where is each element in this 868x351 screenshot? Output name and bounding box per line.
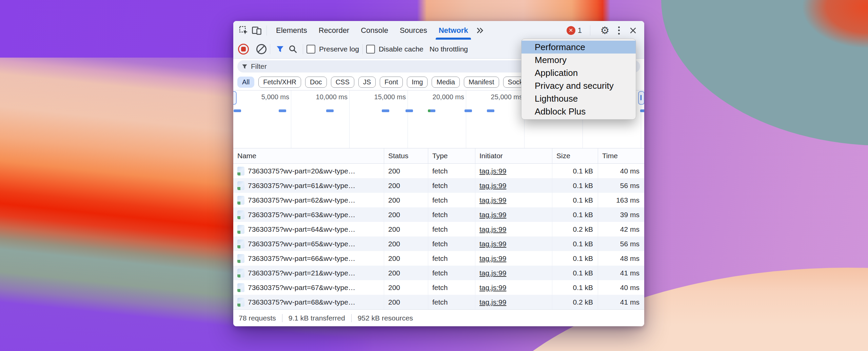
name-cell: 73630375?wv-part=62&wv-type… — [233, 193, 384, 207]
initiator-link[interactable]: tag.js:99 — [479, 196, 506, 204]
filter-chip[interactable]: Media — [432, 77, 459, 88]
menu-item[interactable]: Privacy and security — [521, 79, 636, 92]
column-header[interactable]: Initiator — [475, 148, 552, 163]
request-name: 73630375?wv-part=68&wv-type… — [248, 298, 355, 306]
overview-right-handle[interactable] — [638, 91, 644, 105]
type-cell: fetch — [428, 222, 475, 236]
table-row[interactable]: 73630375?wv-part=20&wv-type… 200 fetch t… — [233, 164, 644, 178]
menu-item[interactable]: Performance — [521, 41, 636, 54]
menu-item[interactable]: Memory — [521, 54, 636, 66]
initiator-link[interactable]: tag.js:99 — [479, 167, 506, 175]
table-row[interactable]: 73630375?wv-part=64&wv-type… 200 fetch t… — [233, 222, 644, 236]
divider — [270, 44, 270, 54]
disable-cache-checkbox[interactable] — [366, 45, 375, 54]
filter-chip[interactable]: Fetch/XHR — [258, 77, 301, 88]
status-cell: 200 — [384, 236, 428, 251]
filter-chip[interactable]: Doc — [305, 77, 327, 88]
column-header[interactable]: Type — [428, 148, 475, 163]
initiator-link[interactable]: tag.js:99 — [479, 240, 506, 248]
table-row[interactable]: 73630375?wv-part=68&wv-type… 200 fetch t… — [233, 295, 644, 309]
initiator-link[interactable]: tag.js:99 — [479, 211, 506, 219]
file-icon — [237, 254, 244, 263]
activity-mark — [234, 109, 241, 112]
column-header[interactable]: Time — [598, 148, 644, 163]
search-icon[interactable] — [287, 43, 299, 56]
panel-tab[interactable]: Sources — [394, 21, 433, 40]
filter-chip[interactable]: Manifest — [464, 77, 499, 88]
initiator-link[interactable]: tag.js:99 — [479, 269, 506, 277]
table-row[interactable]: 73630375?wv-part=21&wv-type… 200 fetch t… — [233, 266, 644, 280]
clear-network-log-icon[interactable] — [256, 44, 267, 54]
initiator-link[interactable]: tag.js:99 — [479, 225, 506, 233]
more-panels-menu: PerformanceMemoryApplicationPrivacy and … — [521, 39, 636, 120]
initiator-cell: tag.js:99 — [475, 178, 552, 193]
more-tabs-icon[interactable] — [474, 24, 487, 37]
menu-item[interactable]: Adblock Plus — [521, 105, 636, 118]
table-row[interactable]: 73630375?wv-part=61&wv-type… 200 fetch t… — [233, 178, 644, 193]
disable-cache-control: Disable cache — [366, 45, 423, 54]
type-cell: fetch — [428, 295, 475, 309]
table-row[interactable]: 73630375?wv-part=66&wv-type… 200 fetch t… — [233, 251, 644, 266]
size-cell: 0.2 kB — [552, 222, 598, 236]
resources-size: 952 kB resources — [358, 314, 413, 322]
request-name: 73630375?wv-part=66&wv-type… — [248, 254, 355, 263]
overview-left-handle[interactable] — [233, 91, 237, 105]
record-network-log-icon[interactable] — [238, 44, 249, 55]
panel-tab[interactable]: Console — [355, 21, 394, 40]
close-icon[interactable] — [627, 24, 639, 37]
request-name: 73630375?wv-part=62&wv-type… — [248, 196, 355, 204]
filter-chip[interactable]: CSS — [331, 77, 354, 88]
preserve-log-control: Preserve log — [307, 45, 359, 54]
status-cell: 200 — [384, 280, 428, 295]
table-row[interactable]: 73630375?wv-part=62&wv-type… 200 fetch t… — [233, 193, 644, 207]
menu-item[interactable]: Application — [521, 66, 636, 79]
filter-chip[interactable]: Font — [380, 77, 403, 88]
column-header[interactable]: Name — [233, 148, 384, 163]
throttling-dropdown[interactable]: No throttling — [430, 45, 468, 53]
more-options-icon[interactable] — [616, 26, 622, 35]
request-table-header: NameStatusTypeInitiatorSizeTime — [233, 148, 644, 164]
inspect-element-icon[interactable] — [237, 24, 250, 37]
size-cell: 0.1 kB — [552, 193, 598, 207]
name-cell: 73630375?wv-part=65&wv-type… — [233, 236, 384, 251]
initiator-link[interactable]: tag.js:99 — [479, 182, 506, 190]
settings-gear-icon[interactable]: ⚙ — [598, 24, 611, 37]
filter-chip[interactable]: Img — [407, 77, 428, 88]
preserve-log-checkbox[interactable] — [307, 45, 315, 54]
file-icon — [237, 210, 244, 219]
name-cell: 73630375?wv-part=68&wv-type… — [233, 295, 384, 309]
filter-chip[interactable]: JS — [358, 77, 376, 88]
panel-tab[interactable]: Elements — [270, 21, 313, 40]
initiator-link[interactable]: tag.js:99 — [479, 298, 506, 306]
request-name: 73630375?wv-part=64&wv-type… — [248, 225, 355, 233]
filter-funnel-icon[interactable] — [274, 43, 287, 56]
panel-tab[interactable]: Recorder — [313, 21, 355, 40]
device-toolbar-icon[interactable] — [250, 24, 263, 37]
table-row[interactable]: 73630375?wv-part=63&wv-type… 200 fetch t… — [233, 207, 644, 222]
table-row[interactable]: 73630375?wv-part=67&wv-type… 200 fetch t… — [233, 280, 644, 295]
size-cell: 0.1 kB — [552, 178, 598, 193]
tabbar-right-cluster: ✕ 1 ⚙ — [567, 24, 639, 37]
initiator-cell: tag.js:99 — [475, 193, 552, 207]
name-cell: 73630375?wv-part=67&wv-type… — [233, 280, 384, 295]
divider — [303, 44, 303, 54]
table-row[interactable]: 73630375?wv-part=65&wv-type… 200 fetch t… — [233, 236, 644, 251]
request-name: 73630375?wv-part=61&wv-type… — [248, 182, 355, 190]
file-icon — [237, 196, 244, 205]
divider — [351, 314, 352, 322]
type-cell: fetch — [428, 251, 475, 266]
panel-tab[interactable]: Network — [433, 21, 474, 40]
divider — [282, 314, 282, 322]
initiator-link[interactable]: tag.js:99 — [479, 284, 506, 292]
error-badge[interactable]: ✕ 1 — [567, 26, 582, 35]
column-header[interactable]: Status — [384, 148, 428, 163]
column-header[interactable]: Size — [552, 148, 598, 163]
filter-chip[interactable]: All — [237, 77, 254, 88]
request-name: 73630375?wv-part=63&wv-type… — [248, 211, 355, 219]
filter-funnel-small-icon — [241, 63, 248, 70]
initiator-link[interactable]: tag.js:99 — [479, 254, 506, 263]
name-cell: 73630375?wv-part=20&wv-type… — [233, 164, 384, 178]
menu-item[interactable]: Lighthouse — [521, 92, 636, 105]
name-cell: 73630375?wv-part=66&wv-type… — [233, 251, 384, 266]
status-cell: 200 — [384, 222, 428, 236]
